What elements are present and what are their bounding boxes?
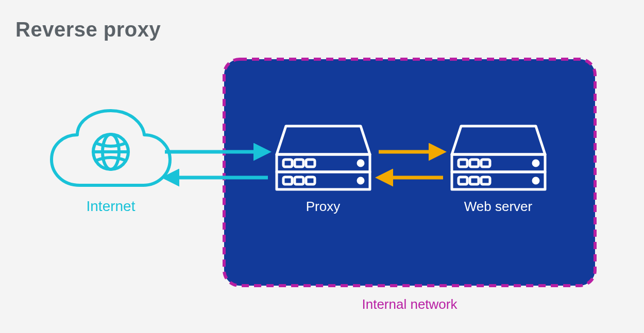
svg-point-12 <box>358 178 363 183</box>
reverse-proxy-diagram: Internet Proxy Web server <box>0 0 644 333</box>
internal-network-label: Internal network <box>362 296 458 312</box>
proxy-label: Proxy <box>306 199 340 214</box>
internet-label: Internet <box>87 198 135 214</box>
svg-point-22 <box>533 178 538 183</box>
web-server-label: Web server <box>464 199 533 214</box>
svg-point-17 <box>533 161 538 166</box>
svg-point-7 <box>358 161 363 166</box>
globe-icon <box>93 134 128 169</box>
cloud-icon <box>52 111 170 185</box>
